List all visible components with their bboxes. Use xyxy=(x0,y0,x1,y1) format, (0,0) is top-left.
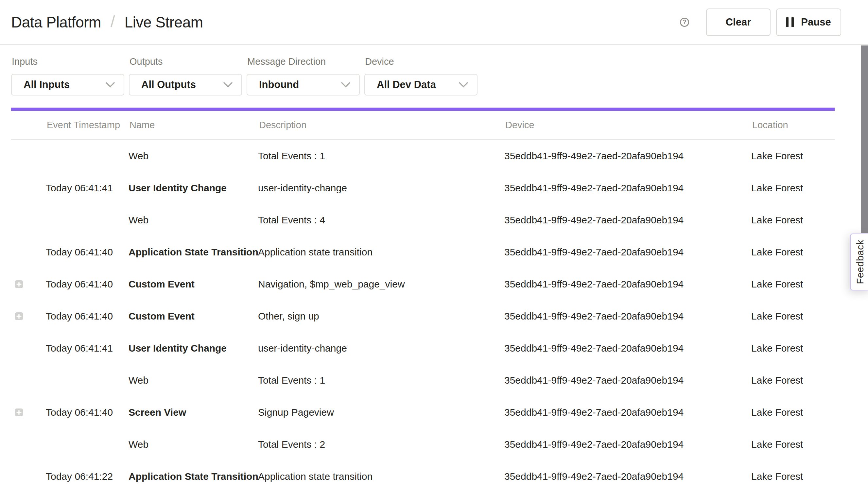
event-timestamp-cell: Today 06:41:41 xyxy=(46,182,128,193)
filter-outputs-label: Outputs xyxy=(129,56,242,67)
chevron-down-icon xyxy=(105,82,115,88)
event-location-cell: Lake Forest xyxy=(751,439,835,450)
event-location-cell: Lake Forest xyxy=(751,182,835,193)
table-row[interactable]: Today 06:41:40 Screen View Signup Pagevi… xyxy=(11,396,835,428)
pause-icon xyxy=(786,17,794,27)
event-description-cell: user-identity-change xyxy=(258,343,504,354)
filter-message-direction-value: Inbound xyxy=(259,79,299,91)
event-device-cell: 35eddb41-9ff9-49e2-7aed-20afa90eb194 xyxy=(504,247,751,258)
table-row[interactable]: Today 06:41:22 Application State Transit… xyxy=(11,460,835,486)
event-description-cell: Application state transition xyxy=(258,247,504,258)
filter-message-direction-label: Message Direction xyxy=(247,56,360,67)
chevron-down-icon xyxy=(223,82,233,88)
event-device-cell: 35eddb41-9ff9-49e2-7aed-20afa90eb194 xyxy=(504,471,751,482)
event-name-cell: Web xyxy=(128,375,258,386)
event-location-cell: Lake Forest xyxy=(751,150,835,161)
table-row[interactable]: Today 06:41:41 User Identity Change user… xyxy=(11,172,835,204)
filter-message-direction: Message Direction Inbound xyxy=(247,56,360,95)
filter-outputs-value: All Outputs xyxy=(141,79,196,91)
expand-cell xyxy=(11,408,46,416)
event-timestamp-cell: Today 06:41:40 xyxy=(46,279,128,290)
event-device-cell: 35eddb41-9ff9-49e2-7aed-20afa90eb194 xyxy=(504,279,751,290)
feedback-tab[interactable]: Feedback xyxy=(850,234,868,291)
event-description-cell: Navigation, $mp_web_page_view xyxy=(258,279,504,290)
table-body: Web Total Events : 1 35eddb41-9ff9-49e2-… xyxy=(11,140,835,486)
event-description-cell: Total Events : 4 xyxy=(258,215,504,226)
event-name-cell: Web xyxy=(128,150,258,161)
table-row[interactable]: Today 06:41:41 User Identity Change user… xyxy=(11,332,835,364)
column-header-name: Name xyxy=(128,120,258,130)
event-name-cell: Web xyxy=(128,215,258,226)
column-header-location: Location xyxy=(751,120,835,130)
event-location-cell: Lake Forest xyxy=(751,471,835,482)
filter-device: Device All Dev Data xyxy=(364,56,477,95)
filter-device-value: All Dev Data xyxy=(377,79,436,91)
live-stream-page: Data Platform / Live Stream ? Clear Paus… xyxy=(0,0,868,486)
filter-inputs-value: All Inputs xyxy=(24,79,70,91)
event-description-cell: Signup Pageview xyxy=(258,407,504,418)
event-description-cell: Total Events : 1 xyxy=(258,375,504,386)
filter-outputs-select[interactable]: All Outputs xyxy=(129,74,242,95)
expand-cell xyxy=(11,280,46,288)
feedback-label: Feedback xyxy=(855,240,866,284)
event-name-cell: Custom Event xyxy=(128,279,258,290)
help-icon[interactable]: ? xyxy=(680,18,689,27)
event-timestamp-cell: Today 06:41:22 xyxy=(46,471,128,482)
event-timestamp-cell: Today 06:41:40 xyxy=(46,407,128,418)
event-name-cell: Application State Transition xyxy=(128,247,258,258)
filter-inputs-label: Inputs xyxy=(12,56,124,67)
table-row[interactable]: Web Total Events : 1 35eddb41-9ff9-49e2-… xyxy=(11,140,835,172)
event-name-cell: User Identity Change xyxy=(128,343,258,354)
event-location-cell: Lake Forest xyxy=(751,215,835,226)
expand-row-button[interactable] xyxy=(11,312,23,320)
event-name-cell: User Identity Change xyxy=(128,182,258,193)
pause-button-label: Pause xyxy=(801,17,831,28)
event-location-cell: Lake Forest xyxy=(751,343,835,354)
event-timestamp-cell: Today 06:41:41 xyxy=(46,343,128,354)
table-row[interactable]: Web Total Events : 4 35eddb41-9ff9-49e2-… xyxy=(11,204,835,236)
breadcrumb-data-platform[interactable]: Data Platform xyxy=(11,13,101,31)
expand-row-button[interactable] xyxy=(11,280,23,288)
event-device-cell: 35eddb41-9ff9-49e2-7aed-20afa90eb194 xyxy=(504,215,751,226)
clear-button[interactable]: Clear xyxy=(706,8,771,36)
event-name-cell: Custom Event xyxy=(128,311,258,322)
breadcrumb-live-stream: Live Stream xyxy=(125,13,203,31)
column-header-description: Description xyxy=(258,120,504,130)
plus-expand-icon xyxy=(15,280,23,288)
stream-progress-bar xyxy=(11,108,835,111)
event-location-cell: Lake Forest xyxy=(751,279,835,290)
event-location-cell: Lake Forest xyxy=(751,375,835,386)
filter-message-direction-select[interactable]: Inbound xyxy=(247,74,360,95)
pause-button[interactable]: Pause xyxy=(776,8,841,36)
column-header-device: Device xyxy=(504,120,751,130)
filter-outputs: Outputs All Outputs xyxy=(129,56,242,95)
table-header-row: Event TimestampNameDescriptionDeviceLoca… xyxy=(11,111,835,140)
table-row[interactable]: Today 06:41:40 Application State Transit… xyxy=(11,236,835,268)
filter-inputs-select[interactable]: All Inputs xyxy=(11,74,124,95)
event-name-cell: Application State Transition xyxy=(128,471,258,482)
event-description-cell: user-identity-change xyxy=(258,182,504,193)
event-description-cell: Total Events : 1 xyxy=(258,150,504,161)
event-device-cell: 35eddb41-9ff9-49e2-7aed-20afa90eb194 xyxy=(504,311,751,322)
column-header-event-timestamp: Event Timestamp xyxy=(46,120,128,130)
filters-bar: Inputs All Inputs Outputs All Outputs Me… xyxy=(0,56,868,95)
event-device-cell: 35eddb41-9ff9-49e2-7aed-20afa90eb194 xyxy=(504,407,751,418)
plus-expand-icon xyxy=(15,408,23,416)
expand-cell xyxy=(11,312,46,320)
expand-row-button[interactable] xyxy=(11,408,23,416)
event-device-cell: 35eddb41-9ff9-49e2-7aed-20afa90eb194 xyxy=(504,182,751,193)
event-name-cell: Screen View xyxy=(128,407,258,418)
app-header: Data Platform / Live Stream ? Clear Paus… xyxy=(0,0,868,45)
events-table: Event TimestampNameDescriptionDeviceLoca… xyxy=(11,111,835,486)
event-device-cell: 35eddb41-9ff9-49e2-7aed-20afa90eb194 xyxy=(504,150,751,161)
table-row[interactable]: Web Total Events : 1 35eddb41-9ff9-49e2-… xyxy=(11,364,835,396)
filter-device-select[interactable]: All Dev Data xyxy=(364,74,477,95)
table-row[interactable]: Web Total Events : 2 35eddb41-9ff9-49e2-… xyxy=(11,428,835,460)
table-row[interactable]: Today 06:41:40 Custom Event Navigation, … xyxy=(11,268,835,300)
chevron-down-icon xyxy=(459,82,468,88)
event-device-cell: 35eddb41-9ff9-49e2-7aed-20afa90eb194 xyxy=(504,343,751,354)
breadcrumb: Data Platform / Live Stream xyxy=(11,13,203,32)
table-row[interactable]: Today 06:41:40 Custom Event Other, sign … xyxy=(11,300,835,332)
event-location-cell: Lake Forest xyxy=(751,407,835,418)
scrollbar-thumb[interactable] xyxy=(861,45,868,233)
